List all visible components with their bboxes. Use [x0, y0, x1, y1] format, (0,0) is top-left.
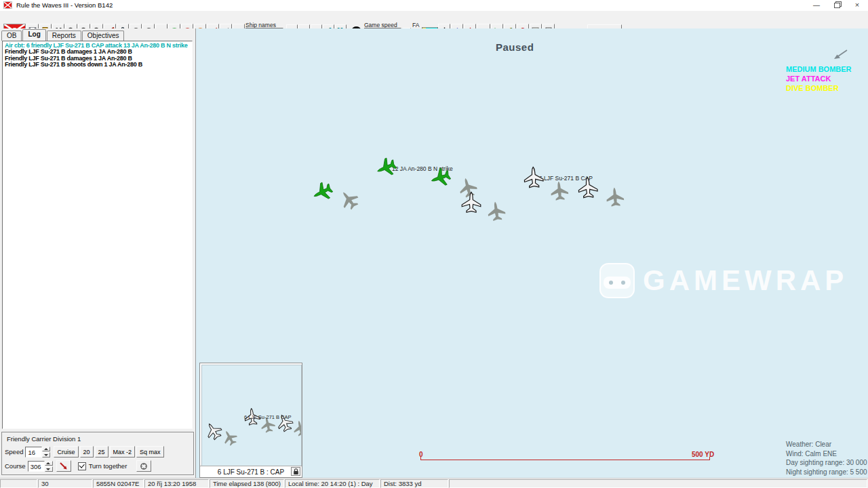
turn-together-checkbox[interactable] [78, 462, 86, 470]
spin-up-button[interactable] [42, 447, 50, 452]
tab-log[interactable]: Log [22, 29, 45, 41]
turn-together-label: Turn together [89, 462, 127, 470]
tab-reports[interactable]: Reports [47, 30, 81, 41]
status-cell: 20 říj 13:20 1958 [144, 479, 209, 488]
lock-icon [293, 468, 299, 475]
speed-spinner[interactable] [42, 447, 50, 458]
speed-preset-button[interactable]: Max -2 [110, 446, 136, 458]
app-icon [3, 1, 12, 9]
status-cell: Time elapsed 138 (800) [210, 479, 284, 488]
spin-up-button[interactable] [45, 461, 53, 466]
division-title: Friendly Carrier Division 1 [7, 435, 81, 443]
unit-detail-map[interactable]: 6 LJF Su-271 B CAP [201, 365, 302, 466]
aircraft-green[interactable] [310, 180, 334, 204]
formation-position-button[interactable] [136, 460, 151, 472]
speed-preset-button[interactable]: Sq max [136, 446, 164, 458]
status-cell: Dist: 3833 yd [380, 479, 448, 488]
triangle-down-icon [46, 468, 50, 470]
unit-detail-caption: 6 LJF Su-271 B : CAP [200, 466, 302, 478]
speed-label: Speed [5, 448, 23, 455]
aircraft-gray[interactable] [292, 420, 301, 437]
spin-down-button[interactable] [45, 466, 53, 472]
aircraft-gray[interactable] [606, 187, 625, 207]
window-title: Rule the Waves III - Version B142 [16, 1, 113, 9]
red-arrow-icon [59, 462, 68, 470]
aircraft-gray[interactable] [486, 201, 506, 222]
aircraft-green[interactable] [374, 156, 398, 179]
aircraft-gray[interactable] [457, 176, 479, 199]
course-input[interactable]: 306 [28, 461, 45, 472]
course-label: Course [5, 462, 26, 470]
aircraft-gray[interactable] [336, 187, 361, 212]
circle-cross-icon [140, 462, 148, 470]
triangle-down-icon [44, 454, 48, 456]
division-control-panel: Friendly Carrier Division 1 Speed 16 Cru… [1, 432, 194, 475]
status-cell: 5855N 02047E [93, 479, 144, 488]
minimize-button[interactable]: — [807, 0, 826, 10]
log-line: Friendly LJF Su-271 B shoots down 1 JA A… [5, 62, 192, 68]
status-cell: Local time: 20 14:20 (1) : Day [285, 479, 380, 488]
aircraft-gray[interactable] [550, 181, 569, 201]
game-window: Rule the Waves III - Version B142 — × [0, 0, 868, 488]
status-cell [0, 479, 37, 488]
triangle-up-icon [46, 462, 50, 464]
tab-bar: OB Log Reports Objectives [1, 29, 125, 41]
status-bar: 305855N 02047E20 říj 13:20 1958Time elap… [0, 478, 868, 488]
speed-preset-button[interactable]: Cruise [54, 446, 78, 458]
aircraft-gray[interactable] [220, 428, 239, 447]
lock-view-button[interactable] [291, 467, 300, 476]
aircraft-green[interactable] [429, 167, 452, 189]
course-spinner[interactable] [45, 461, 53, 472]
status-cell-empty [449, 479, 867, 488]
aircraft-white[interactable] [203, 420, 224, 442]
fa-label: FA [412, 22, 419, 28]
triangle-up-icon [44, 448, 48, 450]
restore-icon [834, 3, 840, 8]
restore-button[interactable] [827, 0, 846, 10]
set-course-button[interactable] [56, 460, 71, 472]
speed-input[interactable]: 16 [25, 447, 42, 458]
course-row: Course 306 Turn together [5, 460, 153, 472]
tab-ob[interactable]: OB [1, 30, 22, 41]
combat-log[interactable]: Air cbt: 6 friendly LJF Su-271 B CAP att… [2, 41, 193, 429]
aircraft-white[interactable] [524, 167, 543, 188]
status-cell: 30 [38, 479, 92, 488]
unit-label: 6 LJF Su-271 B CAP [244, 414, 292, 420]
title-bar: Rule the Waves III - Version B142 — × [0, 0, 868, 12]
speed-preset-button[interactable]: 25 [95, 446, 108, 458]
aircraft-white[interactable] [462, 192, 481, 212]
aircraft-white[interactable] [578, 177, 597, 198]
checkmark-icon [79, 462, 85, 468]
left-panel: OB Log Reports Objectives Air cbt: 6 fri… [0, 28, 196, 478]
tab-objectives[interactable]: Objectives [82, 30, 125, 41]
unit-detail-window[interactable]: 6 LJF Su-271 B CAP 6 LJF Su-271 B : CAP [199, 363, 302, 478]
speed-row: Speed 16 Cruise2025Max -2Sq max [5, 446, 165, 458]
close-button[interactable]: × [848, 0, 867, 10]
spin-down-button[interactable] [42, 452, 50, 458]
main-toolbar: H ···· Ship names All ►►5►►►▌▌▌ [0, 11, 868, 29]
speed-preset-button[interactable]: 20 [80, 446, 94, 458]
speed-preset-buttons: Cruise2025Max -2Sq max [54, 446, 165, 458]
